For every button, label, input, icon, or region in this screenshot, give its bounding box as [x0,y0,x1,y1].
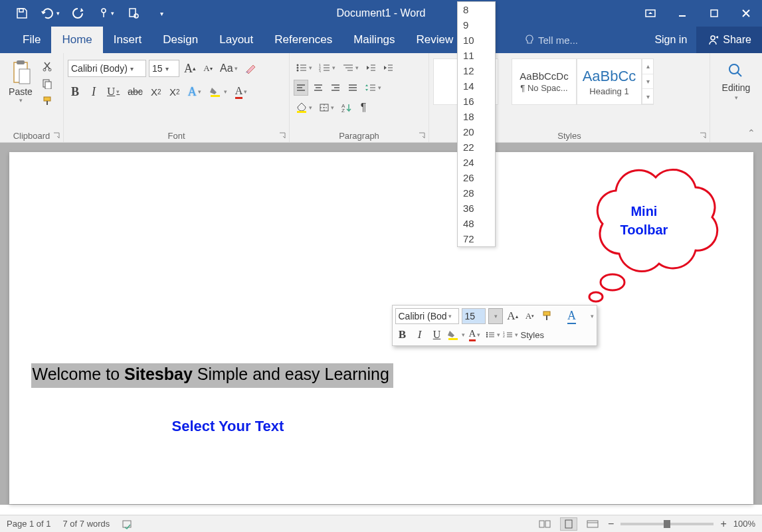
subscript-button[interactable]: X2 [149,84,163,100]
print-layout-icon[interactable] [560,517,577,531]
mini-grow-font[interactable]: A▴ [506,308,520,324]
styles-scroll-up[interactable]: ▴ [642,59,653,74]
mini-underline[interactable]: U [430,327,444,343]
size-option[interactable]: 10 [458,33,495,48]
size-option[interactable]: 72 [458,231,495,246]
style-no-spacing[interactable]: AaBbCcDc ¶ No Spac... [512,58,577,105]
line-spacing-icon[interactable]: ▾ [363,80,383,96]
styles-dialog-launcher[interactable] [699,132,707,139]
tab-file[interactable]: File [12,27,51,53]
mini-styles-label[interactable]: Styles [521,327,544,343]
zoom-in-icon[interactable]: + [720,518,726,530]
align-center-icon[interactable] [311,80,326,96]
tab-layout[interactable]: Layout [209,27,264,53]
size-option[interactable]: 28 [458,185,495,201]
undo-icon[interactable]: ▾ [36,0,64,27]
page[interactable]: Welcome to Sitesbay Simple and easy Lear… [9,152,753,504]
paragraph-dialog-launcher[interactable] [418,132,426,139]
touch-mode-icon[interactable]: ▾ [92,0,120,27]
selected-text[interactable]: Welcome to Sitesbay Simple and easy Lear… [31,363,393,388]
mini-bold[interactable]: B [395,327,410,343]
size-option[interactable]: 18 [458,109,495,124]
size-option[interactable]: 12 [458,63,495,78]
chevron-down-icon[interactable]: ▾ [165,65,169,72]
superscript-button[interactable]: X2 [167,84,182,100]
styles-expand[interactable]: ▾ [642,89,653,104]
status-words[interactable]: 7 of 7 words [63,519,110,529]
size-option[interactable]: 16 [458,94,495,109]
mini-format-painter[interactable] [540,308,555,324]
qat-dropdown-icon[interactable]: ▾ [147,0,175,27]
font-name-combo[interactable]: Calibri (Body)▾ [68,60,146,77]
maximize-icon[interactable] [698,0,730,27]
mini-numbering[interactable]: 12▾ [503,327,518,343]
save-icon[interactable] [8,0,36,27]
change-case-button[interactable]: Aa▾ [218,60,240,76]
mini-font-combo[interactable]: Calibri (Bod▾ [395,308,459,324]
tab-references[interactable]: References [264,27,343,53]
size-option[interactable]: 22 [458,139,495,155]
size-option[interactable]: 20 [458,124,495,139]
styles-scroll-down[interactable]: ▾ [642,74,653,90]
tab-home[interactable]: Home [51,27,102,53]
format-painter-icon[interactable] [40,94,54,108]
mini-shrink-font[interactable]: A▾ [523,308,537,324]
editing-button[interactable]: Editing ▾ [714,56,758,101]
borders-button[interactable]: ▾ [317,100,336,116]
zoom-level[interactable]: 100% [733,519,755,529]
size-option[interactable]: 14 [458,78,495,94]
font-size-combo[interactable]: 15▾ [149,60,179,77]
style-heading-1[interactable]: AaBbCc Heading 1 [577,58,642,105]
share-button[interactable]: Share [696,27,762,53]
bold-button[interactable]: B [68,84,82,100]
zoom-out-icon[interactable]: − [608,518,614,530]
clipboard-dialog-launcher[interactable] [52,132,60,139]
shrink-font-icon[interactable]: A▾ [201,60,215,76]
paste-button[interactable]: Paste ▾ [4,56,37,108]
copy-icon[interactable] [40,77,54,90]
sign-in-link[interactable]: Sign in [645,27,696,53]
tab-design[interactable]: Design [152,27,209,53]
multilevel-list-button[interactable]: ▾ [340,60,361,76]
align-left-icon[interactable] [294,80,308,96]
underline-button[interactable]: U▾ [105,84,122,100]
show-marks-icon[interactable]: ¶ [356,100,371,116]
mini-font-color[interactable]: A▾ [468,327,482,343]
size-option[interactable]: 26 [458,170,495,185]
chevron-down-icon[interactable]: ▾ [130,65,134,72]
minimize-icon[interactable] [666,0,698,27]
shading-button[interactable]: ▾ [294,100,314,116]
mini-italic[interactable]: I [413,327,427,343]
cut-icon[interactable] [40,60,54,73]
web-layout-icon[interactable] [584,517,601,531]
close-icon[interactable] [730,0,762,27]
mini-size-dropdown[interactable]: ▾ [488,308,503,324]
highlight-button[interactable]: ▾ [207,84,229,100]
clear-format-icon[interactable] [242,60,258,76]
mini-highlight[interactable]: ▾ [447,327,465,343]
grow-font-icon[interactable]: A▴ [182,60,198,76]
size-option[interactable]: 48 [458,216,495,231]
tab-review[interactable]: Review [406,27,464,53]
strikethrough-button[interactable]: abc [126,84,145,100]
tab-insert[interactable]: Insert [103,27,153,53]
redo-icon[interactable] [64,0,92,27]
font-color-button[interactable]: A▾ [233,84,250,100]
mini-styles-button[interactable]: A [557,308,587,324]
chevron-down-icon[interactable]: ▾ [448,313,452,319]
size-option[interactable]: 24 [458,155,495,170]
status-page[interactable]: Page 1 of 1 [7,519,51,529]
size-option[interactable]: 9 [458,17,495,33]
text-effects-button[interactable]: A▾ [186,84,203,100]
tell-me-search[interactable]: Tell me... [525,27,578,53]
spell-check-icon[interactable] [122,519,134,529]
size-option[interactable]: 36 [458,201,495,216]
collapse-ribbon-icon[interactable]: ⌃ [747,128,755,138]
ribbon-display-icon[interactable] [634,0,666,27]
sort-icon[interactable]: AZ [339,100,353,116]
read-mode-icon[interactable] [536,517,553,531]
bullets-button[interactable]: ▾ [294,60,314,76]
print-preview-icon[interactable] [120,0,147,27]
align-right-icon[interactable] [328,80,343,96]
chevron-down-icon[interactable]: ▾ [591,313,594,319]
